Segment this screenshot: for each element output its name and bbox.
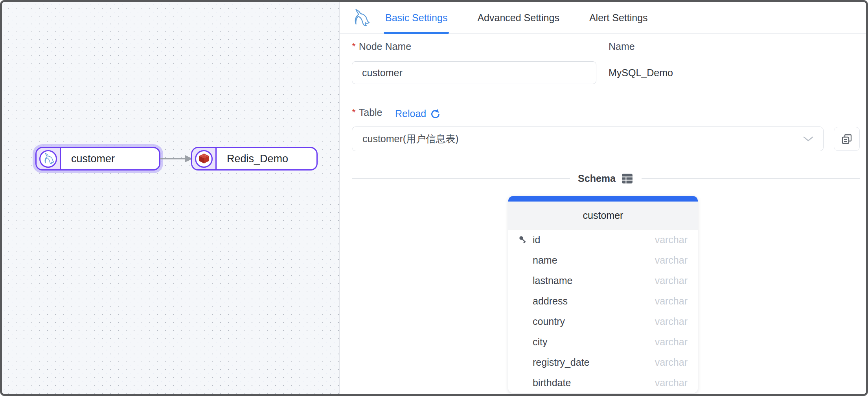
reload-link[interactable]: Reload [395, 107, 440, 120]
schema-row: birthdate varchar [508, 372, 698, 393]
datasource-name-label: Name [609, 41, 635, 52]
tab-alert-settings[interactable]: Alert Settings [589, 2, 648, 34]
column-name: country [533, 316, 655, 327]
edge-arrow [158, 153, 194, 165]
schema-row: id varchar [508, 229, 698, 250]
app-window: customer Redis_Demo Basic Settings Advan… [0, 0, 868, 396]
tab-advanced-settings[interactable]: Advanced Settings [477, 2, 559, 34]
copy-button[interactable] [834, 127, 860, 151]
schema-row: country varchar [508, 311, 698, 332]
pk-slot [519, 256, 533, 264]
schema-table-name: customer [508, 202, 698, 229]
copy-icon [840, 133, 853, 145]
column-name: birthdate [533, 377, 655, 389]
pk-slot [519, 337, 533, 346]
divider-line [642, 178, 860, 179]
pk-slot [519, 317, 533, 326]
column-type: varchar [655, 316, 688, 327]
column-type: varchar [655, 336, 688, 348]
table-select-value: customer(用户信息表) [362, 132, 458, 145]
column-name: name [533, 255, 655, 266]
redis-icon [198, 152, 210, 165]
divider-line [352, 178, 570, 179]
node-label: Redis_Demo [217, 148, 298, 169]
column-name: id [533, 234, 655, 246]
table-icon [621, 172, 634, 185]
schema-row: registry_date varchar [508, 352, 698, 372]
table-select[interactable]: customer(用户信息表) [352, 126, 824, 151]
schema-section-divider: Schema [352, 171, 860, 186]
schema-column-list: id varchar name varchar lastname varchar [508, 229, 698, 393]
chevron-down-icon [803, 136, 814, 142]
reload-icon [430, 108, 440, 119]
column-type: varchar [655, 275, 688, 286]
node-icon-circle [195, 150, 213, 168]
required-asterisk: * [352, 41, 356, 52]
settings-panel: Basic Settings Advanced Settings Alert S… [340, 2, 866, 394]
schema-section-title: Schema [578, 173, 616, 184]
flow-node-customer[interactable]: customer [35, 147, 160, 170]
node-label: customer [61, 148, 125, 169]
pk-slot [519, 358, 533, 367]
tab-basic-settings[interactable]: Basic Settings [385, 2, 447, 34]
column-name: registry_date [533, 357, 655, 368]
node-name-input[interactable] [352, 61, 596, 84]
node-icon-circle [39, 150, 57, 168]
schema-row: lastname varchar [508, 270, 698, 291]
column-name: city [533, 336, 655, 348]
mysql-icon [42, 153, 54, 165]
schema-row: name varchar [508, 250, 698, 270]
column-type: varchar [655, 295, 688, 307]
schema-card: customer id varchar name varchar [508, 196, 698, 393]
flow-canvas[interactable]: customer Redis_Demo [2, 2, 339, 394]
required-asterisk: * [352, 107, 356, 118]
pk-slot [519, 235, 533, 244]
node-name-label: * Node Name [352, 41, 411, 52]
column-type: varchar [655, 255, 688, 266]
column-name: lastname [533, 275, 655, 286]
column-name: address [533, 295, 655, 307]
datasource-name-value: MySQL_Demo [609, 61, 673, 84]
schema-row: address varchar [508, 291, 698, 311]
pk-slot [519, 378, 533, 387]
mysql-icon [351, 9, 370, 27]
schema-row: city varchar [508, 332, 698, 352]
schema-card-topbar [508, 196, 698, 202]
primary-key-icon [519, 235, 527, 244]
pk-slot [519, 297, 533, 305]
column-type: varchar [655, 357, 688, 368]
column-type: varchar [655, 377, 688, 389]
node-icon-section [37, 148, 61, 169]
column-type: varchar [655, 234, 688, 246]
node-icon-section [192, 148, 217, 169]
tab-bar: Basic Settings Advanced Settings Alert S… [340, 2, 866, 34]
flow-node-redis[interactable]: Redis_Demo [191, 147, 318, 170]
table-label: * Table [352, 107, 383, 118]
pk-slot [519, 276, 533, 285]
